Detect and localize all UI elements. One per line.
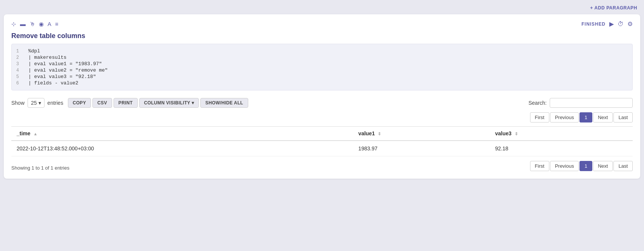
show-hide-all-button[interactable]: SHOW/HIDE ALL bbox=[200, 98, 248, 108]
code-line-5: 5 | eval value3 = "92.18" bbox=[12, 73, 632, 80]
search-label: Search: bbox=[529, 100, 547, 106]
column-visibility-button[interactable]: COLUMN VISIBILITY ▾ bbox=[139, 98, 199, 108]
column-header-time[interactable]: _time ▲ bbox=[11, 127, 353, 141]
table-header-row: _time ▲ value1 ⇕ value3 ⇕ bbox=[11, 127, 633, 141]
cell-value1: 1983.97 bbox=[353, 141, 490, 156]
entries-label: entries bbox=[48, 100, 63, 106]
play-icon[interactable]: ▶ bbox=[609, 20, 614, 28]
search-area: Search: bbox=[529, 98, 633, 108]
copy-button[interactable]: COPY bbox=[68, 98, 91, 108]
page-1-button-top[interactable]: 1 bbox=[579, 112, 592, 122]
cell-time: 2022-10-12T13:48:52.000+03:00 bbox=[11, 141, 353, 156]
palette-icon[interactable]: ◉ bbox=[39, 21, 44, 28]
action-buttons: COPY CSV PRINT COLUMN VISIBILITY ▾ SHOW/… bbox=[68, 98, 248, 108]
chevron-down-icon: ▾ bbox=[38, 100, 41, 106]
entries-select[interactable]: 25 ▾ bbox=[28, 98, 45, 108]
list-icon[interactable]: ≡ bbox=[55, 21, 58, 27]
bottom-bar: Showing 1 to 1 of 1 entries First Previo… bbox=[11, 161, 633, 171]
clock-icon[interactable]: ⏱ bbox=[618, 21, 624, 28]
pagination-bottom: First Previous 1 Next Last bbox=[530, 161, 633, 171]
notebook-card: ⊹ ▬ 🖰 ◉ A ≡ FINISHED ▶ ⏱ ⚙ Remove table … bbox=[4, 14, 640, 179]
first-button-top[interactable]: First bbox=[530, 112, 549, 122]
code-line-6: 6 | fields - value2 bbox=[12, 80, 632, 86]
column-header-value3[interactable]: value3 ⇕ bbox=[490, 127, 633, 141]
print-button[interactable]: PRINT bbox=[114, 98, 138, 108]
entries-value: 25 bbox=[31, 100, 37, 106]
toolbar-right: FINISHED ▶ ⏱ ⚙ bbox=[581, 20, 633, 28]
sort-icon-time: ▲ bbox=[33, 132, 37, 136]
last-button-bottom[interactable]: Last bbox=[613, 161, 633, 171]
section-title: Remove table columns bbox=[11, 32, 633, 40]
move-icon[interactable]: ⊹ bbox=[11, 21, 16, 28]
toolbar-left: ⊹ ▬ 🖰 ◉ A ≡ bbox=[11, 21, 58, 28]
column-header-value1[interactable]: value1 ⇕ bbox=[353, 127, 490, 141]
table-controls: Show 25 ▾ entries COPY CSV PRINT COLUMN … bbox=[11, 98, 633, 108]
add-paragraph-button[interactable]: + ADD PARAGRAPH bbox=[590, 5, 637, 11]
previous-button-bottom[interactable]: Previous bbox=[550, 161, 579, 171]
next-button-top[interactable]: Next bbox=[593, 112, 613, 122]
card-toolbar: ⊹ ▬ 🖰 ◉ A ≡ FINISHED ▶ ⏱ ⚙ bbox=[11, 20, 633, 28]
font-icon[interactable]: A bbox=[48, 21, 51, 27]
settings-icon[interactable]: ⚙ bbox=[627, 20, 633, 28]
code-line-1: 1 %dpl bbox=[12, 48, 632, 54]
code-line-2: 2 | makeresults bbox=[12, 54, 632, 61]
sort-icon-value1: ⇕ bbox=[378, 132, 381, 136]
csv-button[interactable]: CSV bbox=[92, 98, 112, 108]
show-label: Show bbox=[11, 100, 25, 106]
first-button-bottom[interactable]: First bbox=[530, 161, 549, 171]
text-icon[interactable]: ▬ bbox=[20, 21, 26, 27]
show-entries-control: Show 25 ▾ entries bbox=[11, 98, 63, 108]
code-line-3: 3 | eval value1 = "1983.97" bbox=[12, 61, 632, 67]
next-button-bottom[interactable]: Next bbox=[593, 161, 613, 171]
table-row: 2022-10-12T13:48:52.000+03:00 1983.97 92… bbox=[11, 141, 633, 156]
data-table: _time ▲ value1 ⇕ value3 ⇕ 2022-10-12T13:… bbox=[11, 126, 633, 156]
upload-icon[interactable]: 🖰 bbox=[29, 21, 35, 27]
page-1-button-bottom[interactable]: 1 bbox=[579, 161, 592, 171]
status-label: FINISHED bbox=[581, 21, 606, 27]
code-line-4: 4 | eval value2 = "remove me" bbox=[12, 67, 632, 73]
showing-info: Showing 1 to 1 of 1 entries bbox=[11, 165, 69, 171]
last-button-top[interactable]: Last bbox=[613, 112, 633, 122]
search-input[interactable] bbox=[550, 98, 633, 108]
code-block: 1 %dpl 2 | makeresults 3 | eval value1 =… bbox=[11, 44, 633, 90]
cell-value3: 92.18 bbox=[490, 141, 633, 156]
pagination-top: First Previous 1 Next Last bbox=[11, 112, 633, 122]
sort-icon-value3: ⇕ bbox=[515, 132, 518, 136]
previous-button-top[interactable]: Previous bbox=[550, 112, 579, 122]
